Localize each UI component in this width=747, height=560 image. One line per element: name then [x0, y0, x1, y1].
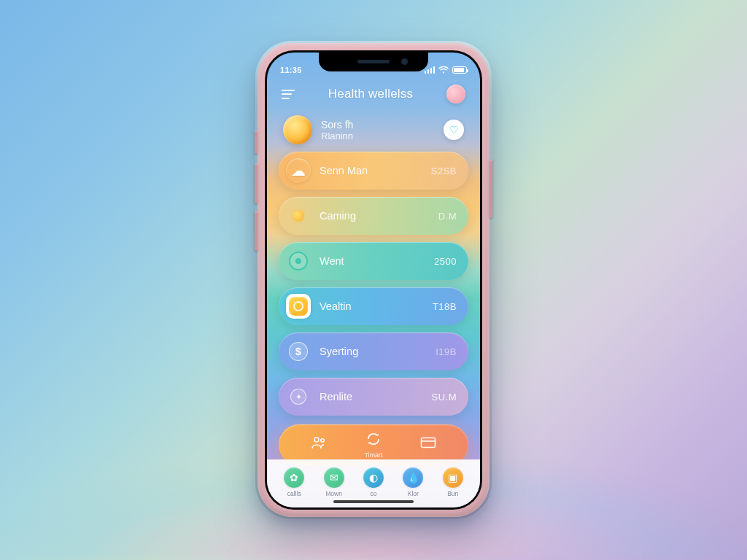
tab-bar: ✿ callls ✉ Mown ◐ co 💧 Klor [267, 459, 480, 508]
list-row-renlite[interactable]: ✦ Renlite SU.M [279, 378, 468, 416]
cta-people[interactable] [311, 436, 327, 454]
row-value: 2500 [434, 256, 457, 267]
list-row-caming[interactable]: Caming D.M [279, 197, 468, 235]
tab-mown[interactable]: ✉ Mown [324, 467, 344, 497]
gem-icon: ✦ [286, 384, 311, 409]
tab-co[interactable]: ◐ co [363, 467, 384, 497]
tab-label: Mown [325, 490, 342, 497]
coin-icon: $ [286, 339, 311, 364]
signal-icon [425, 66, 436, 74]
feature-subtitle: Rlaninn [321, 131, 353, 141]
water-icon: 💧 [403, 467, 423, 488]
leaf-icon: ✿ [284, 467, 304, 488]
phone-bezel: 11:35 Health wellelss [265, 50, 482, 510]
cta-card[interactable] [420, 437, 436, 454]
flame-icon: ▣ [443, 467, 463, 488]
sun-icon [283, 115, 312, 144]
app-screen: 11:35 Health wellelss [267, 52, 480, 508]
list-row-senn-man[interactable]: ☁ Senn Man S2SB [279, 152, 468, 190]
tab-callls[interactable]: ✿ callls [284, 467, 304, 497]
tab-label: co [370, 490, 376, 497]
card-icon [420, 437, 436, 452]
menu-icon[interactable] [282, 90, 295, 99]
refresh-icon [366, 432, 381, 450]
tab-klor[interactable]: 💧 Klor [403, 467, 423, 497]
home-indicator[interactable] [333, 500, 414, 503]
row-label: Senn Man [320, 165, 431, 176]
tab-bun[interactable]: ▣ Bun [443, 467, 463, 497]
feature-card[interactable]: Sors fh Rlaninn ♡ [279, 111, 468, 152]
svg-rect-2 [422, 438, 436, 447]
page-title: Health wellelss [328, 87, 413, 101]
status-time: 11:35 [280, 66, 302, 74]
row-label: Syerting [320, 346, 436, 357]
power-button[interactable] [489, 160, 492, 218]
row-label: Vealtin [320, 300, 433, 312]
wifi-icon [438, 66, 449, 74]
people-icon [311, 436, 327, 453]
phone-frame: 11:35 Health wellelss [258, 43, 489, 517]
list-row-vealtin[interactable]: Vealtin T18B [279, 287, 468, 325]
row-label: Caming [320, 210, 438, 222]
heart-icon[interactable]: ♡ [444, 120, 464, 140]
tab-label: callls [287, 490, 301, 497]
tab-label: Bun [447, 490, 458, 497]
sunrise-icon [286, 203, 311, 228]
drop-icon: ◐ [363, 467, 384, 488]
row-value: T18B [433, 301, 457, 312]
cloud-icon: ☁ [286, 158, 311, 183]
row-value: D.M [438, 211, 457, 222]
weather-icon [286, 294, 311, 319]
battery-icon [452, 66, 467, 74]
row-label: Renlite [320, 391, 432, 402]
row-value: S2SB [431, 166, 457, 176]
svg-point-1 [321, 438, 324, 441]
mute-switch[interactable] [255, 131, 258, 154]
feature-title: Sors fh [321, 119, 353, 131]
chat-icon: ✉ [324, 467, 344, 488]
avatar-icon[interactable] [446, 85, 465, 104]
cta-label: Timart [364, 451, 382, 459]
volume-down-button[interactable] [255, 211, 258, 251]
row-value: I19B [436, 346, 457, 357]
volume-up-button[interactable] [255, 163, 258, 203]
target-icon [286, 249, 311, 273]
svg-point-0 [314, 438, 319, 442]
app-header: Health wellelss [267, 82, 480, 111]
cta-timart[interactable]: Timart [364, 432, 382, 459]
row-label: Went [320, 255, 434, 267]
row-value: SU.M [432, 392, 457, 402]
phone-notch [319, 52, 428, 71]
tab-label: Klor [408, 490, 419, 497]
list-row-went[interactable]: Went 2500 [279, 242, 468, 280]
list-row-syerting[interactable]: $ Syerting I19B [279, 332, 468, 370]
